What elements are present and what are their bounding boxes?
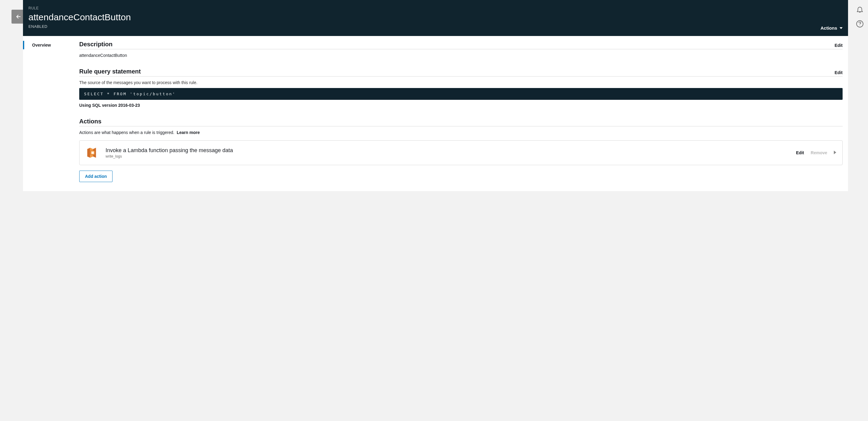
add-action-button[interactable]: Add action [79, 171, 113, 182]
svg-rect-8 [91, 152, 94, 154]
caret-down-icon [840, 27, 843, 30]
learn-more-link[interactable]: Learn more [177, 130, 199, 135]
tab-overview[interactable]: Overview [23, 41, 78, 49]
edit-action-button[interactable]: Edit [796, 150, 804, 155]
arrow-left-icon [16, 14, 21, 19]
main-content: Description Edit attendanceContactButton… [78, 36, 848, 191]
action-item: Invoke a Lambda function passing the mes… [79, 140, 843, 165]
status-badge: ENABLED [28, 24, 843, 29]
help-icon [856, 20, 864, 28]
header-eyebrow: RULE [28, 6, 843, 10]
remove-action-button[interactable]: Remove [811, 150, 827, 155]
query-sql-code: SELECT * FROM 'topic/button' [79, 88, 843, 100]
actions-helper-text: Actions are what happens when a rule is … [79, 130, 174, 135]
actions-heading: Actions [79, 118, 101, 125]
query-heading: Rule query statement [79, 68, 141, 75]
description-heading: Description [79, 41, 113, 48]
action-subtitle: write_logs [105, 154, 789, 158]
edit-description-button[interactable]: Edit [835, 43, 843, 48]
svg-marker-3 [840, 27, 843, 29]
svg-point-2 [860, 25, 860, 26]
page-title: attendanceContactButton [28, 12, 843, 22]
description-text: attendanceContactButton [79, 53, 843, 58]
svg-marker-9 [834, 151, 836, 154]
actions-dropdown-label: Actions [820, 25, 837, 31]
svg-marker-4 [87, 148, 90, 158]
chevron-right-icon [834, 151, 836, 154]
actions-dropdown[interactable]: Actions [820, 25, 843, 31]
expand-action-button[interactable] [834, 150, 836, 155]
lambda-icon [86, 146, 99, 159]
help-button[interactable] [855, 19, 865, 29]
sql-version-text: Using SQL version 2016-03-23 [79, 103, 843, 108]
bell-icon [856, 5, 864, 13]
sidebar: Overview [23, 36, 78, 191]
page-header: RULE attendanceContactButton ENABLED Act… [23, 0, 848, 36]
query-helper-text: The source of the messages you want to p… [79, 80, 843, 85]
action-title: Invoke a Lambda function passing the mes… [105, 147, 789, 154]
edit-query-button[interactable]: Edit [835, 70, 843, 75]
notifications-button[interactable] [855, 4, 865, 14]
